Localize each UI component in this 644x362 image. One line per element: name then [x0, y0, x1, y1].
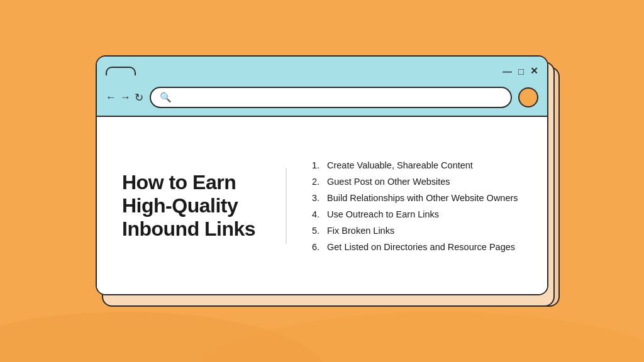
url-input[interactable]: [177, 92, 502, 102]
list-item: 4. Use Outreach to Earn Links: [312, 206, 518, 222]
list-text: Create Valuable, Shareable Content: [327, 160, 473, 170]
browser-stack: — □ ✕ ← → ↻ 🔍: [96, 55, 548, 307]
list-num: 6.: [312, 242, 323, 252]
list-item: 3. Build Relationships with Other Websit…: [312, 190, 518, 206]
list-item: 5. Fix Broken Links: [312, 222, 518, 239]
list-text: Get Listed on Directories and Resource P…: [327, 242, 515, 252]
nav-buttons: ← → ↻: [106, 91, 143, 104]
go-button[interactable]: [518, 87, 538, 107]
list-item: 1. Create Valuable, Shareable Content: [312, 157, 518, 173]
browser-content: How to Earn High-Quality Inbound Links 1…: [97, 117, 547, 295]
close-button[interactable]: ✕: [530, 65, 538, 77]
search-icon: 🔍: [160, 92, 172, 103]
browser-window: — □ ✕ ← → ↻ 🔍: [96, 55, 548, 295]
list-text: Guest Post on Other Websites: [327, 177, 450, 187]
list-num: 5.: [312, 226, 323, 236]
reload-button[interactable]: ↻: [135, 91, 143, 104]
window-controls: — □ ✕: [502, 65, 538, 77]
list-num: 3.: [312, 193, 323, 203]
tips-list: 1. Create Valuable, Shareable Content 2.…: [312, 157, 518, 255]
list-num: 1.: [312, 160, 323, 170]
content-divider: [286, 168, 287, 244]
list-text: Use Outreach to Earn Links: [327, 209, 439, 219]
list-item: 6. Get Listed on Directories and Resourc…: [312, 239, 518, 255]
list-num: 2.: [312, 177, 323, 187]
back-button[interactable]: ←: [106, 91, 116, 104]
search-bar: 🔍: [150, 87, 512, 108]
page-title: How to Earn High-Quality Inbound Links: [122, 171, 260, 240]
maximize-button[interactable]: □: [518, 66, 524, 77]
minimize-button[interactable]: —: [502, 66, 512, 77]
list-text: Build Relationships with Other Website O…: [327, 193, 518, 203]
list-item: 2. Guest Post on Other Websites: [312, 173, 518, 190]
list-num: 4.: [312, 209, 323, 219]
browser-addressbar: ← → ↻ 🔍: [97, 82, 547, 116]
browser-chrome: — □ ✕ ← → ↻ 🔍: [97, 57, 547, 117]
forward-button[interactable]: →: [120, 91, 131, 104]
browser-titlebar: — □ ✕: [97, 57, 547, 82]
svg-point-1: [189, 312, 644, 362]
browser-tab[interactable]: [106, 67, 136, 75]
list-text: Fix Broken Links: [327, 226, 394, 236]
